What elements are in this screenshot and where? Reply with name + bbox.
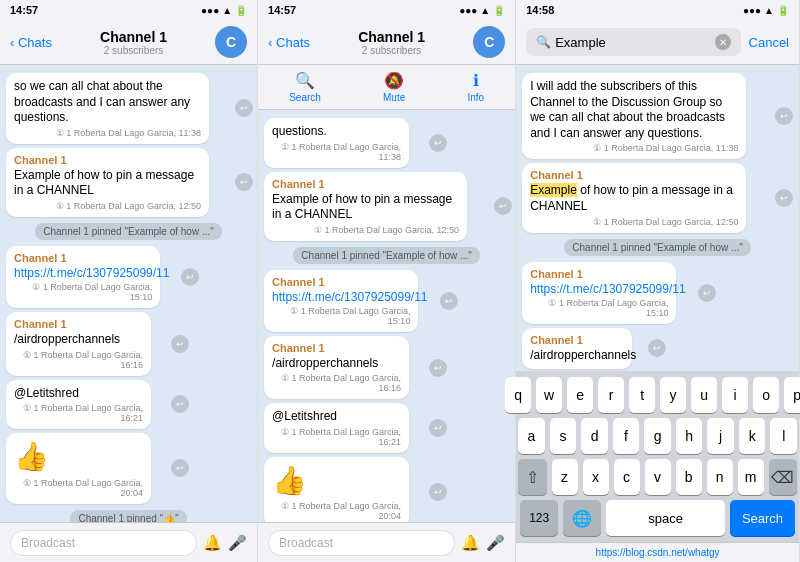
toolbar-search[interactable]: 🔍 Search xyxy=(289,71,321,103)
message-bubble: so we can all chat about the broadcasts … xyxy=(6,73,209,144)
status-icons-1: ●●● ▲ 🔋 xyxy=(201,5,247,16)
avatar-2: C xyxy=(473,26,505,58)
message-bubble: Channel 1https://t.me/c/1307925099/11① 1… xyxy=(522,262,676,324)
forward-button[interactable]: ↩ xyxy=(494,197,512,215)
bottom-icons-2: 🔔 🎤 xyxy=(461,534,505,552)
key-l[interactable]: l xyxy=(770,418,797,454)
key-x[interactable]: x xyxy=(583,459,609,495)
key-t[interactable]: t xyxy=(629,377,655,413)
key-q[interactable]: q xyxy=(505,377,531,413)
toolbar-info[interactable]: ℹ Info xyxy=(467,71,484,103)
key-z[interactable]: z xyxy=(552,459,578,495)
message-bubble: @Letitshred① 1 Roberta Dal Lago Garcia, … xyxy=(264,403,409,453)
key-o[interactable]: o xyxy=(753,377,779,413)
system-message: Channel 1 pinned "Example of how ..." xyxy=(293,247,480,264)
key-i[interactable]: i xyxy=(722,377,748,413)
forward-button[interactable]: ↩ xyxy=(429,359,447,377)
search-icon: 🔍 xyxy=(295,71,315,90)
header-center-1: Channel 1 2 subscribers xyxy=(58,29,209,56)
broadcast-input-2[interactable]: Broadcast xyxy=(268,530,455,556)
key-n[interactable]: n xyxy=(707,459,733,495)
header-2: ‹ Chats Channel 1 2 subscribers C xyxy=(258,20,515,65)
key-m[interactable]: m xyxy=(738,459,764,495)
header-center-2: Channel 1 2 subscribers xyxy=(316,29,467,56)
toolbar-2: 🔍 Search 🔕 Mute ℹ Info xyxy=(258,65,515,110)
forward-button[interactable]: ↩ xyxy=(648,339,666,357)
mic-icon-2[interactable]: 🎤 xyxy=(486,534,505,552)
forward-button[interactable]: ↩ xyxy=(775,107,793,125)
forward-button[interactable]: ↩ xyxy=(171,395,189,413)
forward-button[interactable]: ↩ xyxy=(775,189,793,207)
key-p[interactable]: p xyxy=(784,377,800,413)
clear-search-button[interactable]: ✕ xyxy=(715,34,731,50)
num-key[interactable]: 123 xyxy=(520,500,558,536)
bell-icon-1[interactable]: 🔔 xyxy=(203,534,222,552)
key-e[interactable]: e xyxy=(567,377,593,413)
forward-button[interactable]: ↩ xyxy=(440,292,458,310)
system-message: Channel 1 pinned "Example of how ..." xyxy=(35,223,222,240)
key-f[interactable]: f xyxy=(613,418,640,454)
forward-button[interactable]: ↩ xyxy=(235,173,253,191)
forward-button[interactable]: ↩ xyxy=(429,483,447,501)
header-1: ‹ Chats Channel 1 2 subscribers C xyxy=(0,20,257,65)
key-y[interactable]: y xyxy=(660,377,686,413)
back-button-2[interactable]: ‹ Chats xyxy=(268,35,310,50)
key-d[interactable]: d xyxy=(581,418,608,454)
key-k[interactable]: k xyxy=(739,418,766,454)
search-query: Example xyxy=(555,35,710,50)
search-key[interactable]: Search xyxy=(730,500,795,536)
bottom-bar-1: Broadcast 🔔 🎤 xyxy=(0,522,257,562)
status-icons-2: ●●● ▲ 🔋 xyxy=(459,5,505,16)
search-box-3[interactable]: 🔍 Example ✕ xyxy=(526,28,740,56)
message-bubble: Channel 1Example of how to pin a message… xyxy=(264,172,467,241)
backspace-key[interactable]: ⌫ xyxy=(769,459,797,495)
back-button-1[interactable]: ‹ Chats xyxy=(10,35,52,50)
key-h[interactable]: h xyxy=(676,418,703,454)
forward-button[interactable]: ↩ xyxy=(235,99,253,117)
key-a[interactable]: a xyxy=(518,418,545,454)
avatar-1: C xyxy=(215,26,247,58)
toolbar-mute[interactable]: 🔕 Mute xyxy=(383,71,405,103)
keyboard-row-1: asdfghjkl xyxy=(518,418,797,454)
time-3: 14:58 xyxy=(526,4,554,16)
channel-title-1: Channel 1 xyxy=(58,29,209,45)
key-g[interactable]: g xyxy=(644,418,671,454)
key-r[interactable]: r xyxy=(598,377,624,413)
cancel-button[interactable]: Cancel xyxy=(749,35,789,50)
panel-2: 14:57 ●●● ▲ 🔋 ‹ Chats Channel 1 2 subscr… xyxy=(258,0,516,562)
key-j[interactable]: j xyxy=(707,418,734,454)
key-v[interactable]: v xyxy=(645,459,671,495)
space-key[interactable]: space xyxy=(606,500,725,536)
key-s[interactable]: s xyxy=(550,418,577,454)
message-bubble: @Letitshred① 1 Roberta Dal Lago Garcia, … xyxy=(6,380,151,430)
key-c[interactable]: c xyxy=(614,459,640,495)
channel-subtitle-1: 2 subscribers xyxy=(58,45,209,56)
key-u[interactable]: u xyxy=(691,377,717,413)
key-b[interactable]: b xyxy=(676,459,702,495)
message-bubble: Channel 1https://t.me/c/1307925099/11① 1… xyxy=(6,246,160,308)
forward-button[interactable]: ↩ xyxy=(181,268,199,286)
bell-icon-2[interactable]: 🔔 xyxy=(461,534,480,552)
mic-icon-1[interactable]: 🎤 xyxy=(228,534,247,552)
globe-key[interactable]: 🌐 xyxy=(563,500,601,536)
key-w[interactable]: w xyxy=(536,377,562,413)
message-bubble: Channel 1https://t.me/c/1307925099/11① 1… xyxy=(264,270,418,332)
status-bar-2: 14:57 ●●● ▲ 🔋 xyxy=(258,0,515,20)
message-bubble: Channel 1/airdropperchannels① 1 Roberta … xyxy=(6,312,151,376)
forward-button[interactable]: ↩ xyxy=(429,134,447,152)
shift-key[interactable]: ⇧ xyxy=(518,459,546,495)
message-bubble: 👍① 1 Roberta Dal Lago Garcia, 20:04 xyxy=(264,457,409,522)
panel-3: 14:58 ●●● ▲ 🔋 🔍 Example ✕ Cancel I will … xyxy=(516,0,800,562)
status-bar-3: 14:58 ●●● ▲ 🔋 xyxy=(516,0,799,20)
search-icon-3: 🔍 xyxy=(536,35,551,49)
keyboard-row-2: ⇧zxcvbnm⌫ xyxy=(518,459,797,495)
message-bubble: questions.① 1 Roberta Dal Lago Garcia, 1… xyxy=(264,118,409,168)
broadcast-input-1[interactable]: Broadcast xyxy=(10,530,197,556)
forward-button[interactable]: ↩ xyxy=(171,335,189,353)
message-bubble: Channel 1/airdropperchannels① 1 Roberta … xyxy=(264,336,409,400)
keyboard-row-0: qwertyuiop xyxy=(518,377,797,413)
forward-button[interactable]: ↩ xyxy=(171,459,189,477)
forward-button[interactable]: ↩ xyxy=(698,284,716,302)
forward-button[interactable]: ↩ xyxy=(429,419,447,437)
message-bubble: I will add the subscribers of this Chann… xyxy=(522,73,746,159)
